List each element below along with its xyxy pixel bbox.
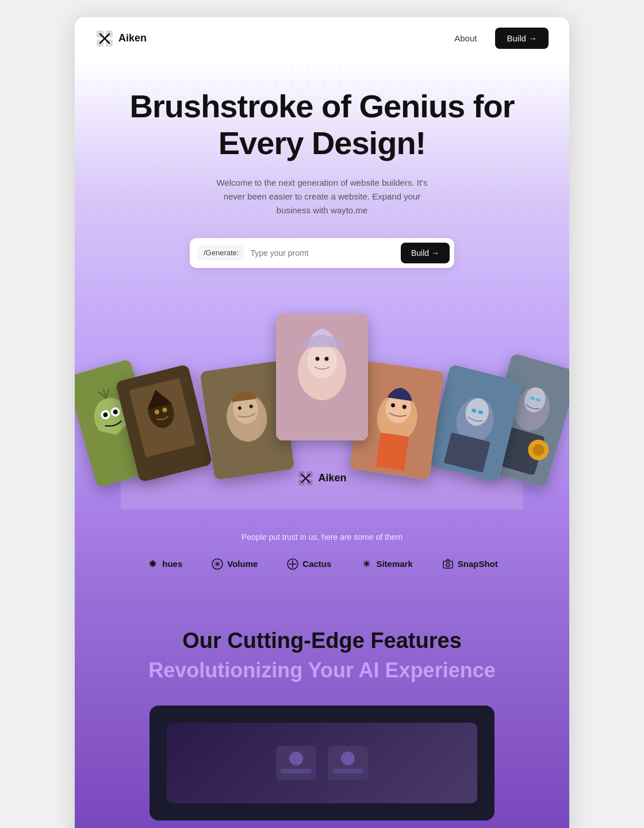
features-title: Our Cutting-Edge Features xyxy=(109,628,535,654)
svg-rect-72 xyxy=(281,769,312,773)
cactus-label: Cactus xyxy=(302,559,331,569)
volume-label: Volume xyxy=(227,559,258,569)
hero-section: Brushstroke of Genius for Every Design! … xyxy=(75,59,569,509)
cards-brand-icon xyxy=(297,470,313,486)
svg-rect-66 xyxy=(443,561,453,568)
page-container: Aiken About Build → Brushstroke of Geniu… xyxy=(75,17,569,828)
cactus-icon xyxy=(286,558,299,570)
feature-card-visual xyxy=(167,723,477,803)
feature-card xyxy=(150,706,494,821)
sitemark-label: Sitemark xyxy=(376,559,412,569)
trust-logo-hues: ❋ hues xyxy=(146,558,182,570)
svg-point-70 xyxy=(289,752,303,765)
trust-logo-volume: Volume xyxy=(211,558,258,570)
hero-content: Brushstroke of Genius for Every Design! … xyxy=(75,59,569,268)
trust-heading: People put trust in us, here are some of… xyxy=(109,532,535,542)
logo-text: Aiken xyxy=(118,32,147,44)
svg-point-34 xyxy=(316,356,320,361)
main-nav: About Build → xyxy=(447,28,549,49)
header: Aiken About Build → xyxy=(75,17,569,59)
features-section: Our Cutting-Edge Features Revolutionizin… xyxy=(75,593,569,828)
hero-subtitle: Welcome to the next generation of websit… xyxy=(207,176,437,217)
hero-title: Brushstroke of Genius for Every Design! xyxy=(109,88,535,162)
generate-bar: /Generate: Build → xyxy=(190,238,454,268)
cards-brand: Aiken xyxy=(297,470,346,486)
svg-point-64 xyxy=(216,563,218,565)
svg-point-67 xyxy=(446,563,450,566)
nav-about-link[interactable]: About xyxy=(447,29,484,48)
snapshot-icon xyxy=(442,558,454,570)
svg-rect-73 xyxy=(332,769,363,773)
trust-logo-snapshot: SnapShot xyxy=(442,558,498,570)
generate-input[interactable] xyxy=(250,246,401,260)
art-card-center xyxy=(276,314,368,440)
svg-point-71 xyxy=(341,752,355,765)
sitemark-icon: ✳ xyxy=(360,558,373,570)
logo[interactable]: Aiken xyxy=(95,29,147,48)
svg-point-31 xyxy=(307,344,337,378)
cards-brand-text: Aiken xyxy=(318,472,346,484)
trust-logo-cactus: Cactus xyxy=(286,558,331,570)
cards-fan-section: Aiken xyxy=(75,291,569,509)
generate-label: /Generate: xyxy=(198,245,244,260)
hues-label: hues xyxy=(162,559,182,569)
hues-icon: ❋ xyxy=(146,558,159,570)
trust-section: People put trust in us, here are some of… xyxy=(75,509,569,593)
feature-illustration xyxy=(264,734,379,792)
trust-logos-row: ❋ hues Volume xyxy=(109,558,535,570)
svg-point-35 xyxy=(325,356,329,361)
generate-build-button[interactable]: Build → xyxy=(401,243,450,263)
logo-icon xyxy=(95,29,114,48)
svg-rect-43 xyxy=(375,432,409,470)
nav-build-button[interactable]: Build → xyxy=(495,28,549,49)
features-subtitle: Revolutionizing Your AI Experience xyxy=(109,658,535,683)
trust-logo-sitemark: ✳ Sitemark xyxy=(360,558,412,570)
snapshot-label: SnapShot xyxy=(458,559,498,569)
volume-icon xyxy=(211,558,224,570)
